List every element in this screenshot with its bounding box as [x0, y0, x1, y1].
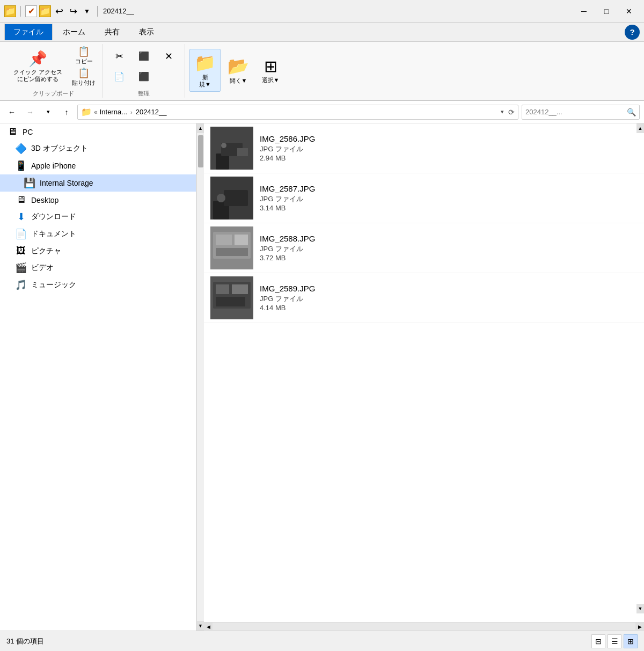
file-scroll-up[interactable]: ▲	[636, 123, 644, 133]
tab-file[interactable]: ファイル	[4, 24, 53, 40]
3d-icon: 🔷	[15, 143, 27, 155]
sidebar-item-3d[interactable]: 🔷 3D オブジェクト	[0, 140, 196, 157]
sidebar-item-music[interactable]: 🎵 ミュージック	[0, 276, 196, 294]
select-button[interactable]: ⊞ 選択▼	[256, 49, 285, 92]
storage-icon: 💾	[24, 177, 35, 189]
sidebar-vscroll: ▲ ▼	[196, 123, 204, 631]
file-type-2589: JPG ファイル	[260, 294, 638, 304]
file-info-2589: IMG_2589.JPG JPG ファイル 4.14 MB	[260, 284, 638, 312]
window-controls: ─ □ ✕	[573, 3, 640, 19]
tab-share[interactable]: 共有	[96, 24, 129, 40]
copy-button[interactable]: 📋 コピー	[69, 46, 98, 65]
file-thumb-2588	[210, 226, 253, 269]
new-label: 新規▼	[199, 74, 211, 88]
sidebar-item-documents[interactable]: 📄 ドキュメント	[0, 225, 196, 243]
rename-icon: ⬛	[138, 71, 149, 82]
view-tiles-button[interactable]: ⊞	[624, 634, 638, 648]
sidebar-item-pictures[interactable]: 🖼 ピクチャ	[0, 243, 196, 259]
file-type-2586: JPG ファイル	[260, 144, 638, 154]
file-item-2586[interactable]: IMG_2586.JPG JPG ファイル 2.94 MB	[204, 123, 644, 173]
check-icon[interactable]: ✔	[25, 5, 37, 17]
file-item-2589[interactable]: IMG_2589.JPG JPG ファイル 4.14 MB	[204, 273, 644, 323]
file-item-2587[interactable]: IMG_2587.JPG JPG ファイル 3.14 MB	[204, 173, 644, 223]
status-bar: 31 個の項目 ⊟ ☰ ⊞	[0, 631, 644, 651]
up-button[interactable]: ↑	[59, 105, 74, 120]
pin-to-quickaccess-button[interactable]: 📌 クイック アクセスにピン留めする	[9, 45, 67, 88]
separator2	[97, 6, 98, 17]
status-text: 31 個の項目	[6, 637, 44, 646]
sidebar-item-internal-storage[interactable]: 💾 Internal Storage	[0, 174, 196, 192]
sidebar-item-videos[interactable]: 🎬 ビデオ	[0, 259, 196, 276]
sidebar-scroll-thumb[interactable]	[198, 135, 203, 167]
new-folder-icon: 📁	[194, 53, 216, 73]
move-icon: 📄	[114, 71, 125, 82]
sidebar-label-pictures: ピクチャ	[31, 246, 61, 256]
forward-button[interactable]: →	[23, 105, 38, 120]
select-icon: ⊞	[264, 57, 277, 76]
maximize-button[interactable]: □	[596, 3, 617, 19]
file-size-2588: 3.72 MB	[260, 254, 638, 262]
dropdown-button[interactable]: ▾	[41, 105, 56, 120]
window-title: 202412__	[103, 7, 134, 15]
address-folder-icon: 📁	[81, 107, 92, 117]
documents-icon: 📄	[15, 228, 27, 240]
sidebar-label-storage: Internal Storage	[40, 179, 93, 187]
svg-rect-7	[224, 190, 248, 206]
ribbon-tabs: ファイル ホーム 共有 表示 ?	[0, 23, 644, 42]
search-icon[interactable]: 🔍	[627, 108, 636, 116]
pin-icon: 📌	[28, 50, 47, 68]
sidebar-item-pc[interactable]: 🖥 PC	[0, 123, 196, 140]
file-thumb-2586	[210, 127, 253, 170]
hscroll-left[interactable]: ◀	[204, 623, 213, 631]
iphone-icon: 📱	[15, 160, 27, 172]
view-list-button[interactable]: ⊟	[591, 634, 605, 648]
sidebar-label-documents: ドキュメント	[31, 229, 76, 239]
sidebar-scroll-up[interactable]: ▲	[197, 123, 204, 133]
view-details-button[interactable]: ☰	[608, 634, 621, 648]
back-button[interactable]: ←	[4, 105, 19, 120]
tab-view[interactable]: 表示	[130, 24, 163, 40]
delete-button[interactable]: ✕	[157, 47, 180, 66]
svg-rect-17	[232, 284, 248, 294]
sidebar-item-desktop[interactable]: 🖥 Desktop	[0, 192, 196, 208]
search-bar[interactable]: 🔍	[522, 105, 640, 120]
address-part2: 202412__	[136, 108, 167, 116]
clipboard-label: クリップボード	[33, 89, 74, 98]
open-button[interactable]: 📂 開く▼	[223, 49, 254, 92]
redo-icon[interactable]: ↪	[67, 5, 79, 17]
svg-rect-11	[216, 235, 232, 245]
rename-button[interactable]: ⬛	[132, 67, 156, 86]
search-input[interactable]	[525, 108, 627, 116]
copy-icon: 📋	[78, 46, 90, 57]
sidebar-item-downloads[interactable]: ⬇ ダウンロード	[0, 208, 196, 225]
file-scroll-down[interactable]: ▼	[636, 604, 644, 613]
sidebar-scroll-down[interactable]: ▼	[197, 621, 204, 631]
close-button[interactable]: ✕	[618, 3, 640, 19]
customize-icon[interactable]: ▼	[81, 5, 93, 17]
main-content: 🖥 PC 🔷 3D オブジェクト 📱 Apple iPhone 💾 Intern…	[0, 123, 644, 631]
folder2-icon[interactable]: 📁	[39, 5, 51, 17]
address-dropdown-icon[interactable]: ▾	[501, 108, 504, 115]
sidebar-item-iphone[interactable]: 📱 Apple iPhone	[0, 157, 196, 174]
paste-button[interactable]: 📋 貼り付け	[69, 68, 98, 87]
cut-button[interactable]: ✂	[107, 47, 131, 66]
move-button[interactable]: 📄	[107, 67, 131, 86]
file-item-2588[interactable]: IMG_2588.JPG JPG ファイル 3.72 MB	[204, 223, 644, 273]
svg-rect-3	[237, 148, 248, 156]
minimize-button[interactable]: ─	[573, 3, 595, 19]
address-back-icon: «	[94, 108, 98, 116]
refresh-button[interactable]: ⟳	[508, 108, 515, 116]
copy2-button[interactable]: ⬛	[132, 47, 156, 66]
new-button[interactable]: 📁 新規▼	[189, 49, 221, 92]
help-button[interactable]: ?	[625, 25, 640, 40]
sidebar-label-pc: PC	[23, 128, 33, 136]
file-name-2588: IMG_2588.JPG	[260, 234, 638, 243]
pin-label: クイック アクセスにピン留めする	[13, 69, 62, 83]
file-size-2589: 4.14 MB	[260, 304, 638, 312]
delete-icon: ✕	[165, 50, 173, 62]
tab-home[interactable]: ホーム	[54, 24, 94, 40]
address-bar[interactable]: 📁 « Interna... › 202412__ ▾ ⟳	[77, 105, 518, 120]
undo-icon[interactable]: ↩	[53, 5, 65, 17]
hscroll-right[interactable]: ▶	[635, 623, 644, 631]
nav-bar: ← → ▾ ↑ 📁 « Interna... › 202412__ ▾ ⟳ 🔍	[0, 101, 644, 123]
